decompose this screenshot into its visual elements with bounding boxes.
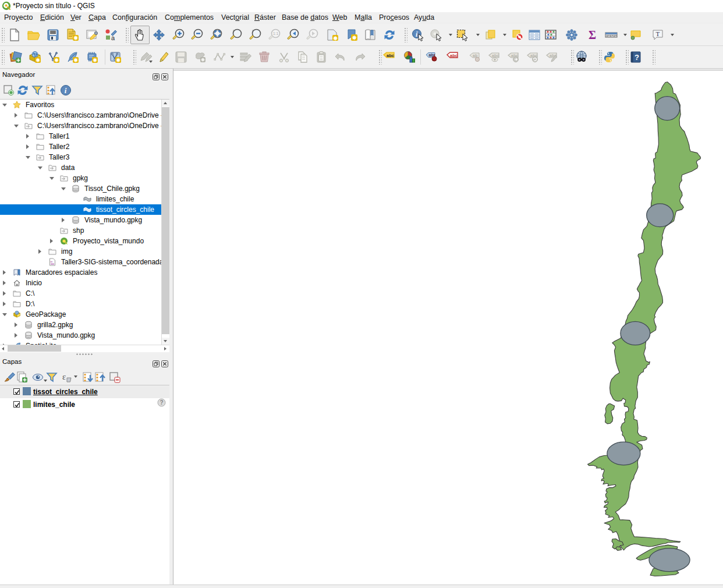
svg-text:abc: abc	[387, 53, 394, 58]
svg-text:?: ?	[160, 399, 164, 406]
svg-text:‹›: ‹›	[51, 260, 53, 263]
svg-text:abc: abc	[450, 53, 458, 58]
svg-text:ab: ab	[473, 54, 477, 58]
svg-text:Σ: Σ	[589, 29, 596, 41]
svg-text:T: T	[656, 30, 660, 37]
svg-text:ε: ε	[62, 372, 66, 381]
svg-text:a: a	[111, 34, 115, 41]
svg-text:i: i	[65, 86, 67, 95]
svg-text:abc: abc	[492, 54, 499, 58]
svg-text:?: ?	[635, 53, 639, 62]
svg-text:ab: ab	[429, 53, 434, 57]
svg-text:1:1: 1:1	[273, 31, 278, 36]
